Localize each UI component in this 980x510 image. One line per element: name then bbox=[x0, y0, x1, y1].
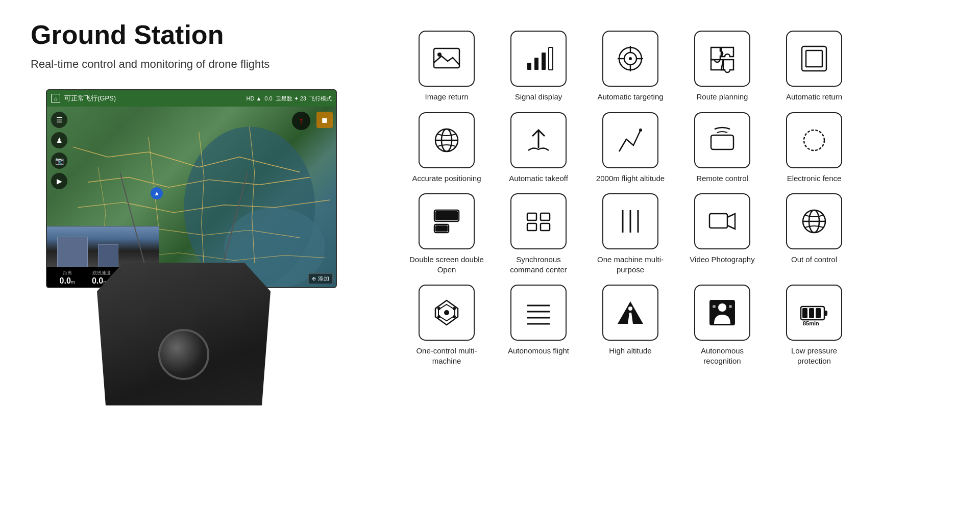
feature-label-high-altitude: High altitude bbox=[609, 346, 651, 356]
svg-rect-60 bbox=[802, 308, 807, 318]
feature-label-image-return: Image return bbox=[425, 92, 468, 102]
feature-icon-box-high-altitude bbox=[602, 285, 658, 341]
svg-rect-62 bbox=[816, 308, 821, 318]
feature-label-multi-purpose: One machine multi-purpose bbox=[592, 254, 669, 274]
left-panel: Ground Station Real-time control and mon… bbox=[31, 20, 378, 490]
feature-label-automatic-takeoff: Automatic takeoff bbox=[509, 173, 568, 184]
add-button[interactable]: ⊕ 添加 bbox=[308, 273, 333, 284]
svg-rect-24 bbox=[711, 135, 733, 149]
feature-item-image-return: Image return bbox=[408, 31, 485, 102]
feature-item-one-control: One-control multi-machine bbox=[408, 285, 485, 366]
feature-item-autonomous-flight: Autonomous flight bbox=[500, 285, 577, 366]
feature-item-signal-display: Signal display bbox=[500, 31, 577, 102]
overlay-image bbox=[47, 226, 159, 267]
feature-icon-box-remote-control bbox=[694, 112, 750, 168]
svg-point-53 bbox=[628, 307, 632, 311]
device-body-shape bbox=[97, 263, 271, 405]
feature-label-video-photography: Video Photography bbox=[690, 254, 754, 265]
feature-label-flight-altitude: 2000m flight altitude bbox=[596, 173, 665, 184]
feature-icon-box-route-planning bbox=[694, 31, 750, 87]
feature-label-accurate-positioning: Accurate positioning bbox=[412, 173, 481, 184]
value1: 0.0 bbox=[264, 95, 272, 101]
svg-point-43 bbox=[444, 310, 449, 315]
page-subtitle: Real-time control and monitoring of dron… bbox=[31, 58, 357, 71]
device-body bbox=[97, 263, 271, 405]
map-sidebar: ☰ ♟ 📷 ▶ bbox=[51, 112, 67, 189]
svg-rect-33 bbox=[541, 223, 550, 231]
feature-icon-box-flight-altitude bbox=[602, 112, 658, 168]
feature-label-route-planning: Route planning bbox=[697, 92, 748, 102]
svg-rect-59 bbox=[824, 311, 827, 316]
distance-label: 距离 bbox=[63, 270, 72, 276]
camera-icon: 📷 bbox=[51, 152, 67, 169]
svg-rect-30 bbox=[527, 213, 536, 220]
feature-icon-box-accurate-positioning bbox=[419, 112, 475, 168]
page-title: Ground Station bbox=[31, 20, 357, 49]
screen-topbar-left: ⌂ 可正常飞行(GPS) bbox=[51, 94, 116, 103]
feature-item-low-pressure: 85min Low pressure protection bbox=[776, 285, 852, 366]
feature-item-automatic-return: Automatic return bbox=[776, 31, 852, 102]
feature-item-out-of-control: Out of control bbox=[776, 193, 852, 274]
svg-rect-6 bbox=[542, 53, 546, 70]
features-grid: Image return Signal display Automatic ta… bbox=[408, 31, 949, 366]
screen-map: ☰ ♟ 📷 ▶ ▲ ↑ ◼ bbox=[47, 107, 336, 287]
feature-item-remote-control: Remote control bbox=[684, 112, 761, 184]
svg-rect-7 bbox=[549, 47, 553, 70]
svg-point-56 bbox=[713, 305, 716, 308]
feature-icon-box-signal-display bbox=[510, 31, 567, 87]
feature-item-command-center: Synchronous command center bbox=[500, 193, 577, 274]
feature-label-command-center: Synchronous command center bbox=[500, 254, 577, 274]
svg-point-14 bbox=[629, 57, 632, 60]
feature-icon-box-double-screen bbox=[419, 193, 475, 249]
feature-icon-box-multi-purpose bbox=[602, 193, 658, 249]
feature-label-electronic-fence: Electronic fence bbox=[787, 173, 842, 184]
drone-position-icon: ▲ bbox=[151, 187, 163, 199]
feature-item-autonomous-recognition: Autonomous recognition bbox=[684, 285, 761, 366]
screen-topbar-right: HD ▲ 0.0 卫星数 ✦ 23 飞行模式 bbox=[247, 95, 332, 103]
feature-label-double-screen: Double screen double Open bbox=[408, 254, 485, 274]
video-icon: ▶ bbox=[51, 173, 67, 189]
svg-point-55 bbox=[718, 303, 726, 312]
feature-label-autonomous-flight: Autonomous flight bbox=[508, 346, 569, 356]
flight-mode: 飞行模式 bbox=[309, 95, 332, 103]
svg-point-44 bbox=[437, 307, 440, 310]
menu-icon: ☰ bbox=[51, 112, 67, 128]
feature-icon-box-automatic-targeting bbox=[602, 31, 658, 87]
svg-rect-2 bbox=[434, 48, 459, 68]
svg-point-47 bbox=[453, 315, 456, 318]
right-panel: Image return Signal display Automatic ta… bbox=[378, 20, 949, 490]
distance-value: 0.0m bbox=[60, 276, 75, 286]
screen-topbar: ⌂ 可正常飞行(GPS) HD ▲ 0.0 卫星数 ✦ 23 飞行模式 bbox=[47, 90, 336, 107]
feature-icon-box-low-pressure: 85min bbox=[786, 285, 842, 341]
feature-icon-box-automatic-takeoff bbox=[510, 112, 567, 168]
svg-rect-32 bbox=[527, 223, 536, 231]
feature-label-out-of-control: Out of control bbox=[791, 254, 837, 265]
feature-item-automatic-takeoff: Automatic takeoff bbox=[500, 112, 577, 184]
feature-icon-box-video-photography bbox=[694, 193, 750, 249]
svg-rect-37 bbox=[709, 214, 727, 228]
svg-point-23 bbox=[639, 129, 642, 132]
feature-label-automatic-targeting: Automatic targeting bbox=[597, 92, 663, 102]
feature-icon-box-image-return bbox=[419, 31, 475, 87]
drone-marker: ▲ bbox=[151, 187, 163, 199]
feature-item-video-photography: Video Photography bbox=[684, 193, 761, 274]
feature-item-route-planning: Route planning bbox=[684, 31, 761, 102]
satellite-count: 卫星数 ✦ 23 bbox=[276, 95, 306, 103]
feature-label-automatic-return: Automatic return bbox=[786, 92, 842, 102]
feature-label-one-control: One-control multi-machine bbox=[408, 346, 485, 366]
feature-label-autonomous-recognition: Autonomous recognition bbox=[684, 346, 761, 366]
feature-label-remote-control: Remote control bbox=[696, 173, 748, 184]
svg-rect-27 bbox=[435, 211, 458, 220]
device-container: ⌂ 可正常飞行(GPS) HD ▲ 0.0 卫星数 ✦ 23 飞行模式 bbox=[31, 89, 337, 405]
svg-rect-5 bbox=[534, 58, 538, 70]
person-icon: ♟ bbox=[51, 132, 67, 148]
svg-point-25 bbox=[804, 130, 824, 150]
feature-icon-box-electronic-fence bbox=[786, 112, 842, 168]
stat-distance: 距离 0.0m bbox=[60, 270, 75, 286]
feature-icon-box-command-center bbox=[510, 193, 567, 249]
feature-label-signal-display: Signal display bbox=[515, 92, 562, 102]
feature-item-flight-altitude: 2000m flight altitude bbox=[592, 112, 669, 184]
device-lens bbox=[158, 329, 209, 380]
compass-icon: ↑ bbox=[292, 112, 310, 130]
home-icon: ⌂ bbox=[51, 94, 60, 103]
